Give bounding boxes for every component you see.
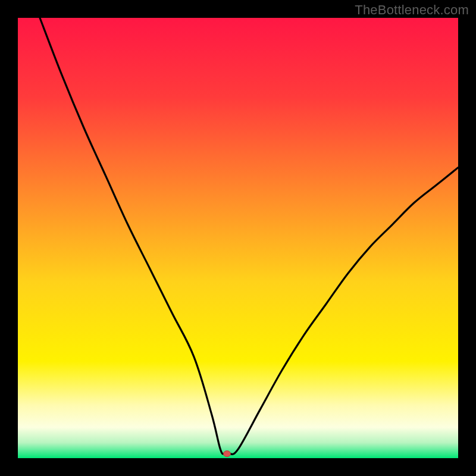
bottleneck-chart	[0, 0, 476, 476]
chart-frame: TheBottleneck.com	[0, 0, 476, 476]
optimal-point-marker	[224, 451, 231, 457]
plot-background	[18, 18, 458, 458]
watermark-text: TheBottleneck.com	[355, 2, 469, 18]
